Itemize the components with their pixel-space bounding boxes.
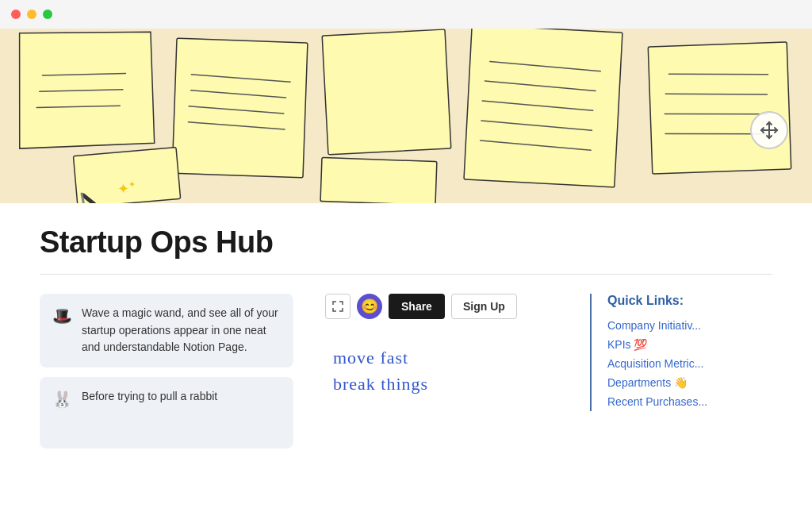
quick-link-kpis[interactable]: KPIs 💯: [607, 335, 772, 354]
quick-link-recent-purchases[interactable]: Recent Purchases...: [607, 392, 772, 411]
card-text-2: Before trying to pull a rabbit: [82, 388, 217, 406]
page-title: Startup Ops Hub: [40, 225, 772, 260]
info-card-2: 🐰 Before trying to pull a rabbit: [40, 377, 293, 448]
sticky-notes-svg: ✦ ✦: [0, 29, 812, 203]
fullscreen-button[interactable]: [325, 294, 350, 319]
quick-link-departments[interactable]: Departments 👋: [607, 373, 772, 392]
hero-banner: ✦ ✦: [0, 29, 812, 203]
quick-links-panel: Quick Links: Company Initiativ... KPIs 💯…: [590, 294, 772, 411]
handwriting-line1: move fast break things: [333, 344, 428, 397]
magic-hat-icon: 🎩: [52, 306, 72, 325]
svg-rect-21: [320, 158, 437, 203]
handwriting-area: move fast break things: [325, 344, 436, 397]
avatar: 😊: [357, 294, 382, 319]
left-column: 🎩 Wave a magic wand, and see all of your…: [40, 294, 293, 448]
quick-links-title: Quick Links:: [607, 294, 772, 308]
info-card-1: 🎩 Wave a magic wand, and see all of your…: [40, 294, 293, 368]
content-grid: 🎩 Wave a magic wand, and see all of your…: [40, 294, 772, 448]
titlebar: [0, 0, 812, 29]
toolbar-row: 😊 Share Sign Up: [325, 294, 517, 319]
svg-rect-15: [648, 42, 791, 174]
middle-column: 😊 Share Sign Up move fast break things: [293, 294, 590, 397]
minimize-button[interactable]: [27, 10, 36, 19]
main-content: Startup Ops Hub 🎩 Wave a magic wand, and…: [0, 203, 812, 448]
close-button[interactable]: [11, 10, 21, 19]
move-icon[interactable]: [750, 111, 788, 149]
card-text-1: Wave a magic wand, and see all of your s…: [82, 305, 281, 356]
svg-rect-9: [464, 29, 622, 187]
svg-rect-8: [322, 29, 451, 155]
signup-button[interactable]: Sign Up: [451, 294, 517, 319]
svg-text:✦: ✦: [128, 179, 136, 189]
divider: [40, 274, 772, 275]
svg-rect-3: [172, 38, 308, 178]
rabbit-icon: 🐰: [52, 390, 72, 409]
svg-text:✦: ✦: [117, 181, 129, 197]
quick-link-acquisition-metrics[interactable]: Acquisition Metric...: [607, 354, 772, 373]
quick-link-company-initiatives[interactable]: Company Initiativ...: [607, 316, 772, 335]
share-button[interactable]: Share: [389, 294, 445, 319]
maximize-button[interactable]: [43, 10, 52, 19]
